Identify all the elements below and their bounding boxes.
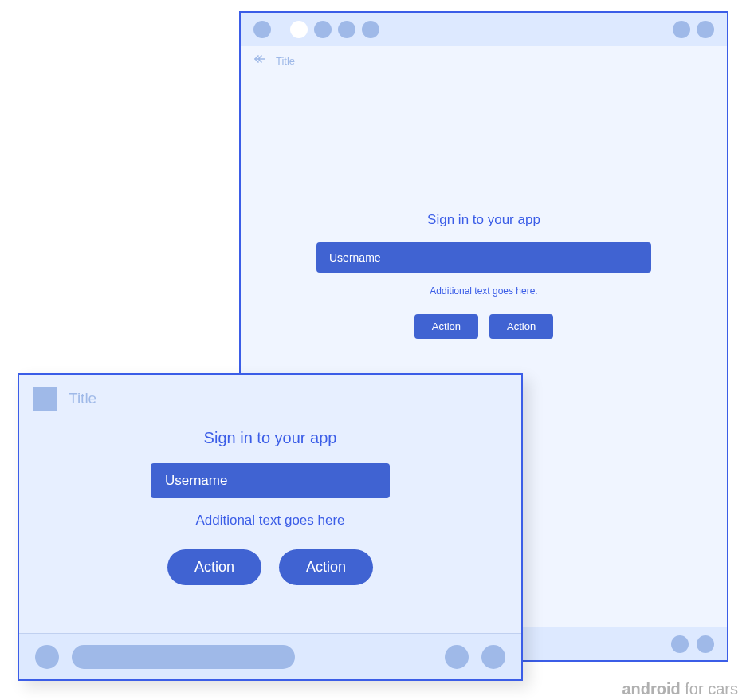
username-input[interactable]: Username [151,463,390,498]
sign-in-heading: Sign in to your app [427,212,540,228]
status-dot-icon [697,21,714,38]
nav-dot-icon[interactable] [481,645,505,669]
phone-sign-in-form: Sign in to your app Username Additional … [19,423,521,585]
action-button-primary[interactable]: Action [167,549,261,585]
screen-title: Title [276,55,295,67]
additional-text: Additional text goes here. [430,285,537,297]
tablet-status-bar [241,13,727,46]
nav-bar-icon[interactable] [72,645,295,669]
screen-title: Title [69,390,96,407]
tablet-sign-in-form: Sign in to your app Username Additional … [241,212,727,339]
status-dot-icon [362,21,379,38]
nav-dot-icon[interactable] [35,645,59,669]
back-arrow-icon[interactable] [253,53,266,69]
status-dot-icon [314,21,332,38]
phone-title-bar: Title [19,375,521,423]
nav-dot-icon[interactable] [445,645,469,669]
status-dot-icon [253,21,271,38]
phone-frame: Title Sign in to your app Username Addit… [18,373,523,681]
action-button-secondary[interactable]: Action [489,314,553,339]
additional-text: Additional text goes here [195,513,344,529]
action-button-row: Action Action [167,549,373,585]
username-placeholder: Username [165,473,227,489]
action-button-row: Action Action [414,314,553,339]
status-dot-active-icon [290,21,308,38]
tablet-title-bar: Title [241,46,727,75]
watermark-suffix: for cars [681,680,738,698]
action-button-secondary[interactable]: Action [279,549,373,585]
watermark-brand: android [622,680,680,698]
status-dot-icon [338,21,355,38]
username-placeholder: Username [329,251,381,264]
username-input[interactable]: Username [316,242,651,273]
status-dot-icon [673,21,690,38]
sign-in-heading: Sign in to your app [204,429,337,447]
phone-nav-bar [19,633,521,679]
app-icon [33,387,57,411]
nav-dot-icon[interactable] [671,635,689,653]
watermark: android for cars [622,680,738,698]
action-button-primary[interactable]: Action [414,314,478,339]
nav-dot-icon[interactable] [697,635,714,653]
